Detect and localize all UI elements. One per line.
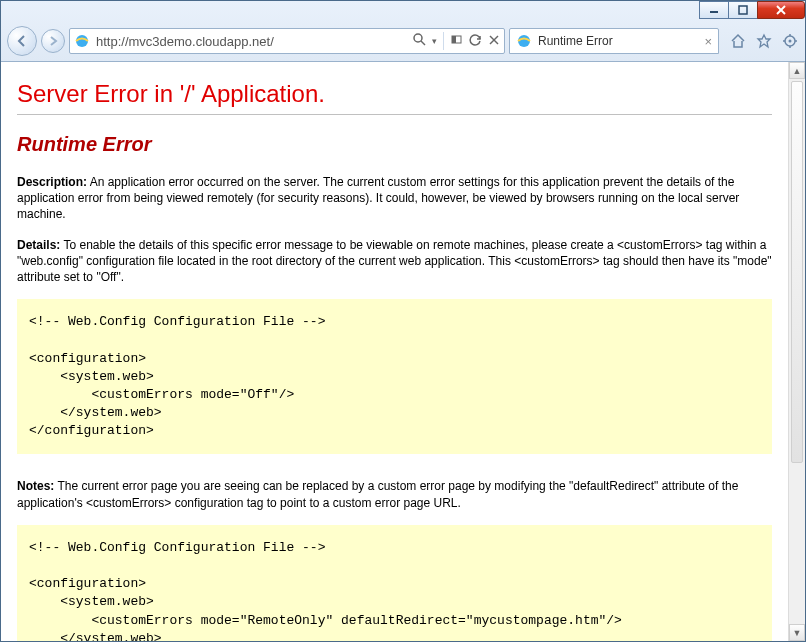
details-text: To enable the details of this specific e… <box>17 238 772 284</box>
notes-paragraph: Notes: The current error page you are se… <box>17 478 772 510</box>
svg-point-4 <box>76 35 88 47</box>
notes-text: The current error page you are seeing ca… <box>17 479 738 509</box>
address-bar[interactable]: ▾ <box>69 28 505 54</box>
compat-icon[interactable] <box>450 33 463 49</box>
error-heading: Runtime Error <box>17 133 772 156</box>
scroll-up-button[interactable]: ▲ <box>789 62 805 79</box>
close-button[interactable] <box>757 1 805 19</box>
details-paragraph: Details: To enable the details of this s… <box>17 237 772 286</box>
svg-line-6 <box>421 41 425 45</box>
content-frame: Server Error in '/' Application. Runtime… <box>1 61 805 641</box>
stop-icon[interactable] <box>488 34 500 49</box>
description-text: An application error occurred on the ser… <box>17 175 739 221</box>
scroll-thumb[interactable] <box>791 81 803 463</box>
address-tools: ▾ <box>413 32 500 50</box>
scroll-down-button[interactable]: ▼ <box>789 624 805 641</box>
separator <box>443 32 444 50</box>
vertical-scrollbar[interactable]: ▲ ▼ <box>788 62 805 641</box>
url-input[interactable] <box>94 33 409 50</box>
svg-point-13 <box>789 40 792 43</box>
tools-icon[interactable] <box>781 32 799 50</box>
tab-title: Runtime Error <box>538 34 613 48</box>
description-paragraph: Description: An application error occurr… <box>17 174 772 223</box>
forward-button[interactable] <box>41 29 65 53</box>
details-label: Details: <box>17 238 60 252</box>
window-buttons <box>700 1 805 19</box>
svg-rect-1 <box>739 6 747 14</box>
page-content: Server Error in '/' Application. Runtime… <box>1 62 788 641</box>
svg-point-5 <box>414 34 422 42</box>
ie-icon <box>74 33 90 49</box>
code-block-2: <!-- Web.Config Configuration File --> <… <box>17 525 772 641</box>
chrome-tools <box>723 32 799 50</box>
code-block-1: <!-- Web.Config Configuration File --> <… <box>17 299 772 454</box>
refresh-icon[interactable] <box>469 33 482 49</box>
ie-icon <box>516 33 532 49</box>
browser-window: ▾ Runtime Error × Server Error in '/' Ap… <box>0 0 806 642</box>
search-icon[interactable] <box>413 33 426 49</box>
favorites-icon[interactable] <box>755 32 773 50</box>
back-button[interactable] <box>7 26 37 56</box>
window-titlebar <box>1 1 805 21</box>
scroll-track[interactable] <box>789 79 805 624</box>
maximize-button[interactable] <box>728 1 758 19</box>
dropdown-icon[interactable]: ▾ <box>432 36 437 46</box>
svg-point-11 <box>518 35 530 47</box>
separator <box>17 114 772 115</box>
tab-close-icon[interactable]: × <box>704 34 712 49</box>
notes-label: Notes: <box>17 479 54 493</box>
browser-toolbar: ▾ Runtime Error × <box>1 21 805 61</box>
svg-rect-8 <box>452 36 456 43</box>
minimize-button[interactable] <box>699 1 729 19</box>
page-title: Server Error in '/' Application. <box>17 80 772 108</box>
home-icon[interactable] <box>729 32 747 50</box>
browser-tab[interactable]: Runtime Error × <box>509 28 719 54</box>
description-label: Description: <box>17 175 87 189</box>
